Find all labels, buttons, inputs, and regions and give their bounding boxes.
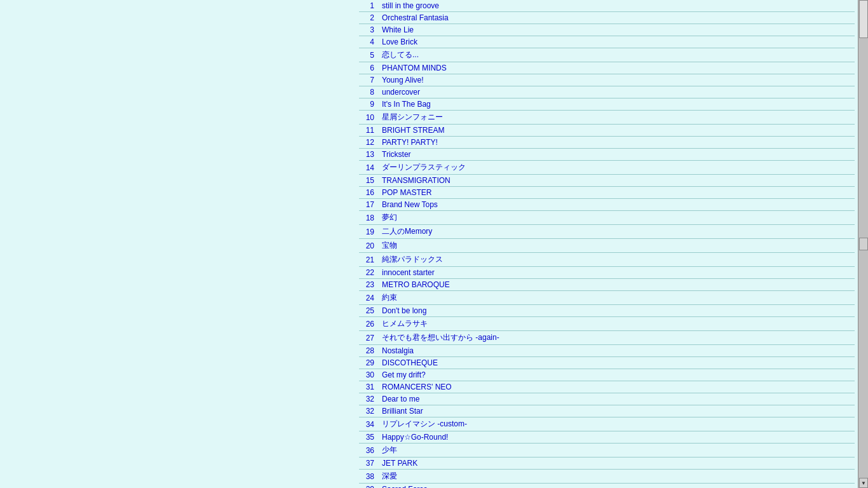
scrollbar-arrow-down[interactable]: ▼: [859, 478, 868, 488]
table-row[interactable]: 32Brilliant Star: [359, 405, 855, 417]
table-row[interactable]: 14ダーリンプラスティック: [359, 161, 855, 175]
track-number: 38: [359, 470, 378, 484]
track-title[interactable]: Love Brick: [378, 36, 855, 48]
track-number: 35: [359, 431, 378, 444]
table-row[interactable]: 15TRANSMIGRATION: [359, 175, 855, 187]
scrollbar[interactable]: ▲ ▼: [858, 0, 868, 488]
table-row[interactable]: 20宝物: [359, 239, 855, 253]
table-row[interactable]: 24約束: [359, 291, 855, 305]
table-row[interactable]: 1still in the groove: [359, 0, 855, 12]
track-title[interactable]: 約束: [378, 291, 855, 305]
table-row[interactable]: 10星屑シンフォニー: [359, 111, 855, 125]
table-row[interactable]: 5恋してる...: [359, 48, 855, 62]
table-row[interactable]: 27それでも君を想い出すから -again-: [359, 331, 855, 345]
track-number: 1: [359, 0, 378, 12]
table-row[interactable]: 36少年: [359, 444, 855, 458]
track-number: 6: [359, 62, 378, 74]
track-title[interactable]: 星屑シンフォニー: [378, 111, 855, 125]
table-row[interactable]: 12PARTY! PARTY!: [359, 137, 855, 149]
track-number: 31: [359, 381, 378, 393]
track-title[interactable]: BRIGHT STREAM: [378, 125, 855, 137]
track-number: 32: [359, 393, 378, 405]
track-title[interactable]: Nostalgia: [378, 345, 855, 357]
track-number: 37: [359, 458, 378, 470]
track-title[interactable]: It's In The Bag: [378, 98, 855, 111]
track-title[interactable]: ヒメムラサキ: [378, 317, 855, 331]
track-title[interactable]: それでも君を想い出すから -again-: [378, 331, 855, 345]
track-number: 10: [359, 111, 378, 125]
track-number: 22: [359, 267, 378, 279]
track-title[interactable]: undercover: [378, 86, 855, 98]
table-row[interactable]: 29DISCOTHEQUE: [359, 357, 855, 369]
track-number: 25: [359, 305, 378, 317]
track-title[interactable]: 深愛: [378, 470, 855, 484]
track-title[interactable]: Young Alive!: [378, 74, 855, 86]
track-title[interactable]: DISCOTHEQUE: [378, 357, 855, 369]
table-row[interactable]: 30Get my drift?: [359, 369, 855, 381]
track-title[interactable]: White Lie: [378, 24, 855, 36]
track-title[interactable]: JET PARK: [378, 458, 855, 470]
track-title[interactable]: still in the groove: [378, 0, 855, 12]
track-title[interactable]: Brilliant Star: [378, 405, 855, 417]
table-row[interactable]: 34リプレイマシン -custom-: [359, 417, 855, 431]
track-title[interactable]: 夢幻: [378, 211, 855, 225]
track-number: 24: [359, 291, 378, 305]
track-number: 30: [359, 369, 378, 381]
table-row[interactable]: 31ROMANCERS' NEO: [359, 381, 855, 393]
track-title[interactable]: METRO BAROQUE: [378, 279, 855, 291]
track-title[interactable]: 少年: [378, 444, 855, 458]
table-row[interactable]: 16POP MASTER: [359, 187, 855, 199]
track-title[interactable]: Get my drift?: [378, 369, 855, 381]
track-title[interactable]: Brand New Tops: [378, 199, 855, 211]
table-row[interactable]: 13Trickster: [359, 149, 855, 161]
track-title[interactable]: 純潔パラドックス: [378, 253, 855, 267]
table-row[interactable]: 17Brand New Tops: [359, 199, 855, 211]
table-row[interactable]: 23METRO BAROQUE: [359, 279, 855, 291]
table-row[interactable]: 18夢幻: [359, 211, 855, 225]
track-title[interactable]: TRANSMIGRATION: [378, 175, 855, 187]
table-row[interactable]: 3White Lie: [359, 24, 855, 36]
track-number: 14: [359, 161, 378, 175]
track-title[interactable]: innocent starter: [378, 267, 855, 279]
table-row[interactable]: 4Love Brick: [359, 36, 855, 48]
table-row[interactable]: 19二人のMemory: [359, 225, 855, 239]
table-row[interactable]: 28Nostalgia: [359, 345, 855, 357]
table-row[interactable]: 21純潔パラドックス: [359, 253, 855, 267]
track-title[interactable]: PHANTOM MINDS: [378, 62, 855, 74]
table-row[interactable]: 22innocent starter: [359, 267, 855, 279]
track-title[interactable]: 宝物: [378, 239, 855, 253]
track-title[interactable]: PARTY! PARTY!: [378, 137, 855, 149]
track-number: 11: [359, 125, 378, 137]
track-title[interactable]: Dear to me: [378, 393, 855, 405]
table-row[interactable]: 39Sacred Force: [359, 484, 855, 489]
table-row[interactable]: 25Don't be long: [359, 305, 855, 317]
track-number: 8: [359, 86, 378, 98]
table-row[interactable]: 35Happy☆Go-Round!: [359, 431, 855, 444]
track-title[interactable]: 恋してる...: [378, 48, 855, 62]
table-row[interactable]: 37JET PARK: [359, 458, 855, 470]
scrollbar-thumb[interactable]: [859, 0, 868, 38]
track-title[interactable]: Sacred Force: [378, 484, 855, 489]
track-number: 23: [359, 279, 378, 291]
table-row[interactable]: 26ヒメムラサキ: [359, 317, 855, 331]
table-row[interactable]: 6PHANTOM MINDS: [359, 62, 855, 74]
table-row[interactable]: 2Orchestral Fantasia: [359, 12, 855, 24]
track-title[interactable]: 二人のMemory: [378, 225, 855, 239]
track-title[interactable]: ダーリンプラスティック: [378, 161, 855, 175]
track-number: 17: [359, 199, 378, 211]
table-row[interactable]: 38深愛: [359, 470, 855, 484]
track-title[interactable]: POP MASTER: [378, 187, 855, 199]
table-row[interactable]: 8undercover: [359, 86, 855, 98]
table-row[interactable]: 32Dear to me: [359, 393, 855, 405]
table-row[interactable]: 7Young Alive!: [359, 74, 855, 86]
table-row[interactable]: 9It's In The Bag: [359, 98, 855, 111]
table-row[interactable]: 11BRIGHT STREAM: [359, 125, 855, 137]
track-title[interactable]: Happy☆Go-Round!: [378, 431, 855, 444]
track-title[interactable]: ROMANCERS' NEO: [378, 381, 855, 393]
track-title[interactable]: Don't be long: [378, 305, 855, 317]
track-title[interactable]: Trickster: [378, 149, 855, 161]
scrollbar-grip[interactable]: [859, 238, 868, 250]
track-title[interactable]: Orchestral Fantasia: [378, 12, 855, 24]
track-table: 1still in the groove2Orchestral Fantasia…: [359, 0, 855, 488]
track-title[interactable]: リプレイマシン -custom-: [378, 417, 855, 431]
